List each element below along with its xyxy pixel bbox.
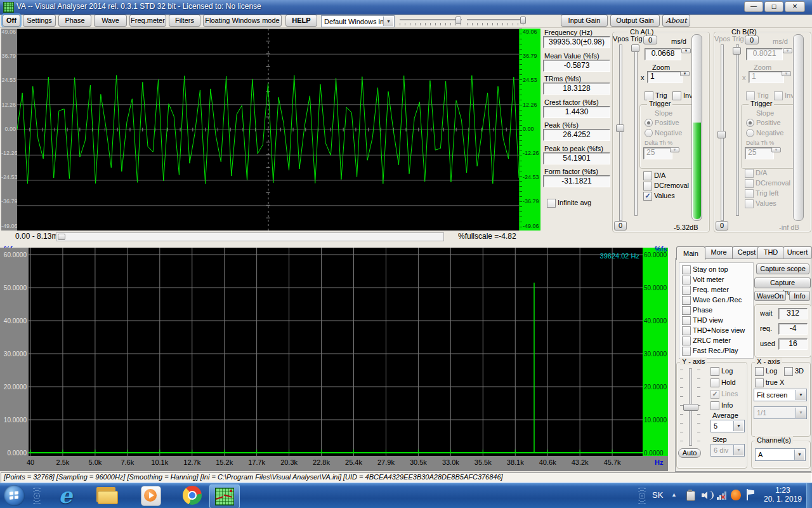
y-axis-info[interactable] — [710, 401, 719, 410]
safely-remove-icon[interactable] — [686, 490, 695, 501]
vpos-slider-thumb[interactable] — [717, 131, 726, 138]
delta-th-field[interactable]: 25 — [643, 147, 672, 159]
close-button[interactable]: × — [785, 1, 805, 12]
scrollbar-thumb[interactable] — [58, 234, 65, 240]
vpos-slider-thumb[interactable] — [616, 124, 624, 132]
step-dropdown[interactable]: 6 div ▼ — [710, 444, 745, 457]
y-scale-slider[interactable] — [680, 368, 700, 446]
slope-negative-radio[interactable] — [645, 129, 653, 137]
slider-thumb[interactable] — [520, 17, 526, 24]
channels-dropdown[interactable]: A ▼ — [755, 448, 806, 461]
tab-uncert[interactable]: Uncert — [783, 246, 812, 258]
y-axis-log[interactable] — [710, 367, 719, 376]
chevron-down-icon[interactable]: ▼ — [796, 390, 806, 400]
wait-field[interactable]: 312 — [778, 308, 808, 319]
zoom-field[interactable]: 1 — [647, 71, 683, 83]
x-axis-true-x[interactable] — [755, 378, 764, 387]
capture-scope-button[interactable]: Capture scope — [756, 264, 809, 274]
option-thd-view[interactable] — [682, 316, 691, 325]
used-field[interactable]: 16 — [778, 338, 808, 350]
chrome-icon[interactable] — [183, 486, 202, 505]
option-fast-rec-play[interactable] — [682, 347, 691, 356]
slider-thumb[interactable] — [683, 404, 698, 411]
delta-th-field[interactable]: 25 — [745, 147, 774, 159]
toolbar-button-off[interactable]: Off — [3, 15, 20, 27]
spinner[interactable]: ▲▼ — [680, 71, 690, 82]
wave-on-button[interactable]: WaveOn — [754, 291, 786, 301]
toolbar-button-filters[interactable]: Filters — [169, 15, 200, 27]
toolbar-button-wave[interactable]: Wave — [94, 15, 127, 27]
action-center-flag-icon[interactable] — [746, 489, 755, 501]
input-gain-slider[interactable] — [400, 17, 462, 25]
y-auto-button[interactable]: Auto — [678, 448, 701, 458]
ratio-dropdown[interactable]: 1/1 ▼ — [754, 406, 807, 419]
option-thd-noise-view[interactable] — [682, 326, 691, 335]
slope-positive-radio[interactable] — [645, 119, 653, 127]
vpos-zero-button[interactable]: 0 — [614, 221, 627, 231]
ms-per-div-field[interactable]: 0.8021 — [746, 48, 783, 60]
option-stay-on-top[interactable] — [682, 265, 691, 274]
spin-down-icon[interactable]: ▼ — [681, 48, 691, 53]
fit-screen-dropdown[interactable]: Fit screen ▼ — [754, 389, 807, 401]
about-button[interactable]: About — [662, 15, 690, 27]
audio-device-dropdown[interactable]: Default Windows inp ▼ — [321, 15, 395, 27]
internet-explorer-icon[interactable]: e — [55, 485, 76, 506]
vpos-zero-button[interactable]: 0 — [716, 221, 728, 231]
option-zrlc-meter[interactable] — [682, 337, 691, 345]
req-field[interactable]: -4 — [778, 323, 808, 335]
tab-more[interactable]: More — [704, 246, 733, 258]
show-desktop-button[interactable] — [806, 483, 812, 508]
trig-checkbox[interactable] — [645, 91, 653, 100]
network-icon[interactable]: × — [717, 490, 728, 501]
option-volt-meter[interactable] — [682, 276, 691, 284]
spinner[interactable]: ▲▼ — [681, 48, 691, 59]
channel-option-d-a[interactable] — [643, 171, 652, 180]
x-axis-3d[interactable] — [784, 367, 793, 376]
visual-analyser-taskbar-button[interactable] — [209, 485, 240, 508]
clock[interactable]: 1:23 20. 1. 2019 — [760, 486, 806, 506]
scope-h-scrollbar[interactable] — [56, 232, 444, 241]
x-axis-log[interactable] — [755, 367, 764, 376]
zoom-field[interactable]: 1 — [749, 71, 784, 83]
file-explorer-icon[interactable] — [96, 487, 117, 504]
slope-positive-radio[interactable] — [746, 119, 754, 127]
tray-expand-icon[interactable]: ▲ — [671, 491, 677, 498]
trig-slider-track[interactable] — [634, 44, 638, 216]
output-gain-slider[interactable] — [467, 17, 525, 25]
toolbar-button-help[interactable]: HELP — [285, 15, 317, 27]
time-zero-button[interactable]: 0 — [745, 36, 759, 44]
tab-thd[interactable]: THD — [757, 246, 784, 258]
chevron-down-icon[interactable]: ▼ — [794, 450, 804, 460]
chevron-down-icon[interactable]: ▼ — [733, 421, 743, 431]
trig-slider-track[interactable] — [736, 44, 739, 216]
antivirus-icon[interactable] — [731, 490, 741, 500]
channel-option-dcremoval[interactable] — [643, 182, 652, 190]
chevron-down-icon[interactable]: ▼ — [383, 17, 393, 26]
trig-slider-thumb[interactable] — [733, 47, 741, 55]
toolbar-button-freq-meter[interactable]: Freq.meter — [129, 15, 166, 27]
language-indicator[interactable]: SK — [652, 490, 663, 500]
infinite-avg-checkbox[interactable] — [547, 199, 556, 208]
option-phase[interactable] — [682, 306, 691, 315]
media-player-icon[interactable] — [141, 486, 161, 506]
slope-negative-radio[interactable] — [746, 129, 754, 137]
vpos-slider-track[interactable] — [619, 44, 622, 221]
trig-slider-thumb[interactable] — [631, 44, 639, 52]
y-axis-hold[interactable] — [710, 378, 719, 387]
output-gain-button[interactable]: Output Gain — [610, 15, 660, 27]
option-wave-gen-rec[interactable] — [682, 296, 691, 305]
volume-icon[interactable] — [702, 490, 713, 500]
maximize-button[interactable]: □ — [764, 1, 783, 12]
option-freq-meter[interactable] — [682, 286, 691, 295]
toolbar-button-floating-windows-mode[interactable]: Floating Windows mode — [203, 15, 282, 27]
toolbar-button-phase[interactable]: Phase — [58, 15, 91, 27]
average-dropdown[interactable]: 5 ▼ — [710, 420, 745, 432]
slider-thumb[interactable] — [455, 17, 461, 24]
capture-spectrum-button[interactable]: Capture spectrum — [754, 277, 811, 288]
info-button[interactable]: Info — [789, 291, 810, 301]
spin-down-icon[interactable]: ▼ — [680, 71, 690, 76]
inv-checkbox[interactable] — [672, 91, 681, 100]
minimize-button[interactable]: — — [744, 1, 763, 12]
ms-per-div-field[interactable]: 0.0668 — [645, 48, 681, 60]
channel-option-values[interactable]: ✓ — [643, 192, 652, 201]
